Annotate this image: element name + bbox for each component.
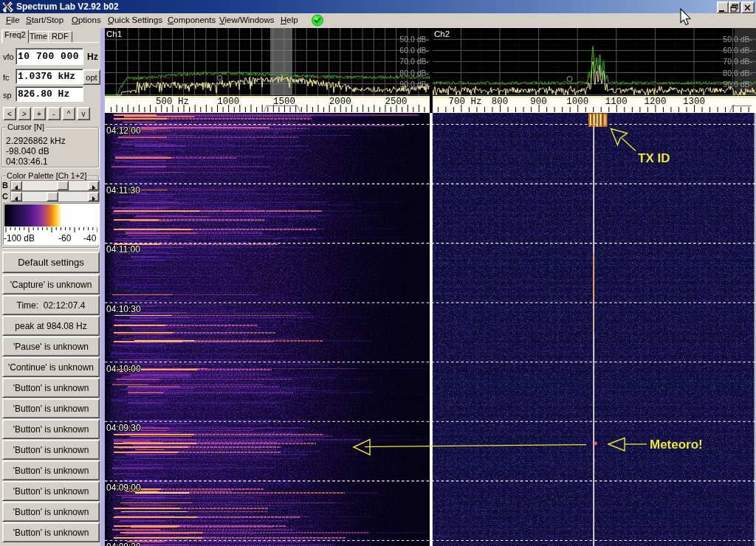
svg-text:2500: 2500 bbox=[385, 97, 408, 107]
svg-text:800: 800 bbox=[492, 97, 509, 107]
svg-text:04:08:30: 04:08:30 bbox=[106, 542, 141, 546]
svg-text:04:12:00: 04:12:00 bbox=[106, 125, 141, 136]
svg-text:90.0 dB-: 90.0 dB- bbox=[723, 80, 752, 89]
svg-text:Ch1: Ch1 bbox=[106, 30, 122, 38]
svg-text:Ch2: Ch2 bbox=[434, 30, 450, 38]
svg-text:60.0 dB-: 60.0 dB- bbox=[723, 46, 752, 55]
svg-text:50.0 dB-: 50.0 dB- bbox=[723, 35, 752, 44]
svg-text:2000: 2000 bbox=[329, 97, 351, 107]
svg-text:50.0 dB-: 50.0 dB- bbox=[399, 35, 429, 44]
svg-text:70.0 dB-: 70.0 dB- bbox=[723, 57, 752, 66]
svg-text:900: 900 bbox=[530, 97, 547, 107]
svg-text:60.0 dB-: 60.0 dB- bbox=[399, 46, 429, 55]
svg-text:04:09:30: 04:09:30 bbox=[106, 423, 141, 433]
svg-text:Meteoro!: Meteoro! bbox=[650, 438, 703, 452]
svg-text:1500: 1500 bbox=[273, 97, 295, 107]
svg-text:1200: 1200 bbox=[644, 97, 666, 107]
svg-text:04:10:30: 04:10:30 bbox=[106, 304, 141, 314]
svg-text:1100: 1100 bbox=[605, 97, 628, 107]
svg-text:1300: 1300 bbox=[683, 97, 705, 107]
svg-text:1000: 1000 bbox=[566, 97, 588, 107]
svg-text:04:10:00: 04:10:00 bbox=[106, 364, 141, 374]
svg-text:90.0 dB-: 90.0 dB- bbox=[399, 80, 429, 89]
svg-text:04:09:00: 04:09:00 bbox=[106, 483, 141, 493]
svg-text:700 Hz: 700 Hz bbox=[448, 97, 481, 107]
svg-text:80.0 dB-: 80.0 dB- bbox=[399, 69, 429, 77]
svg-text:TX ID: TX ID bbox=[638, 151, 670, 165]
svg-text:70.0 dB-: 70.0 dB- bbox=[399, 57, 429, 66]
svg-text:04:11:00: 04:11:00 bbox=[106, 244, 140, 255]
svg-text:500 Hz: 500 Hz bbox=[156, 97, 189, 107]
svg-text:1000: 1000 bbox=[217, 97, 239, 107]
svg-text:80.0 dB-: 80.0 dB- bbox=[723, 69, 752, 77]
svg-text:04:11:30: 04:11:30 bbox=[106, 185, 140, 196]
